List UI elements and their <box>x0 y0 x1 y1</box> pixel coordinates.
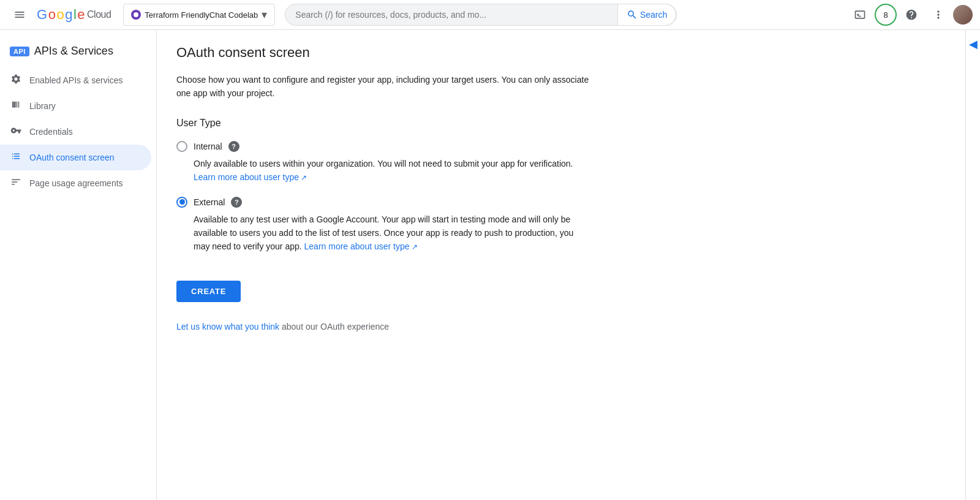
notifications-count: 8 <box>883 10 888 20</box>
right-panel-toggle[interactable]: ◀ <box>965 30 980 500</box>
avatar[interactable] <box>953 5 973 25</box>
external-radio-circle <box>176 197 187 208</box>
external-description: Available to any test user with a Google… <box>194 213 586 254</box>
internal-description: Only available to users within your orga… <box>194 157 586 184</box>
page-title: OAuth consent screen <box>176 45 946 61</box>
top-nav: Google Cloud Terraform FriendlyChat Code… <box>0 0 980 30</box>
description-text: Choose how you want to configure and reg… <box>176 73 605 100</box>
internal-help-icon[interactable]: ? <box>228 141 239 152</box>
external-learn-more-link[interactable]: Learn more about user type <box>304 241 418 251</box>
sidebar-item-page-usage-label: Page usage agreements <box>29 178 123 188</box>
project-dot-icon <box>131 10 141 20</box>
sidebar-title: APIs & Services <box>34 45 113 58</box>
main-content: OAuth consent screen Choose how you want… <box>157 30 965 500</box>
sidebar-item-enabled-label: Enabled APIs & services <box>29 75 123 85</box>
sidebar-item-library[interactable]: Library <box>0 93 151 119</box>
sidebar-item-oauth-label: OAuth consent screen <box>29 153 115 162</box>
search-button-label: Search <box>640 10 667 20</box>
feedback-rest-text: about our OAuth experience <box>282 322 389 331</box>
search-icon <box>627 9 638 20</box>
library-icon <box>10 99 22 113</box>
terminal-button[interactable] <box>848 2 872 27</box>
feedback-section: Let us know what you think about our OAu… <box>176 322 946 331</box>
search-button[interactable]: Search <box>617 4 676 26</box>
page-usage-icon <box>10 176 22 190</box>
right-panel-toggle-icon: ◀ <box>969 37 978 51</box>
sidebar-item-credentials[interactable]: Credentials <box>0 119 151 145</box>
notifications-badge[interactable]: 8 <box>875 4 897 26</box>
enabled-apis-icon <box>10 74 22 87</box>
internal-learn-more-link[interactable]: Learn more about user type <box>194 172 307 182</box>
external-radio-label[interactable]: External ? <box>176 197 946 208</box>
project-selector[interactable]: Terraform FriendlyChat Codelab ▾ <box>123 4 275 26</box>
main-layout: API APIs & Services Enabled APIs & servi… <box>0 30 980 500</box>
project-name: Terraform FriendlyChat Codelab <box>145 10 258 20</box>
sidebar-item-enabled[interactable]: Enabled APIs & services <box>0 67 151 93</box>
internal-radio-text: Internal <box>194 142 222 151</box>
external-option: External ? Available to any test user wi… <box>176 197 946 254</box>
sidebar-header: API APIs & Services <box>0 40 156 67</box>
user-type-section-title: User Type <box>176 118 946 129</box>
hamburger-menu[interactable] <box>7 2 32 27</box>
nav-actions: 8 <box>848 2 973 27</box>
internal-radio-label[interactable]: Internal ? <box>176 141 946 152</box>
help-button[interactable] <box>899 2 924 27</box>
external-radio-text: External <box>194 197 225 207</box>
project-dropdown-icon: ▾ <box>262 8 267 21</box>
api-badge: API <box>10 47 29 56</box>
create-button[interactable]: CREATE <box>176 281 241 302</box>
oauth-icon <box>10 151 22 164</box>
sidebar-item-oauth[interactable]: OAuth consent screen <box>0 145 151 170</box>
google-cloud-logo: Google Cloud <box>37 7 111 23</box>
more-options-button[interactable] <box>926 2 951 27</box>
internal-radio-circle <box>176 141 187 152</box>
external-help-icon[interactable]: ? <box>231 197 242 208</box>
avatar-image <box>953 5 973 25</box>
sidebar-item-library-label: Library <box>29 101 56 111</box>
search-bar: Search <box>285 4 677 26</box>
sidebar: API APIs & Services Enabled APIs & servi… <box>0 30 157 500</box>
credentials-icon <box>10 125 22 138</box>
feedback-link[interactable]: Let us know what you think <box>176 322 279 331</box>
internal-option: Internal ? Only available to users withi… <box>176 141 946 184</box>
sidebar-item-credentials-label: Credentials <box>29 127 73 137</box>
search-input[interactable] <box>295 10 617 20</box>
sidebar-item-page-usage[interactable]: Page usage agreements <box>0 170 151 196</box>
